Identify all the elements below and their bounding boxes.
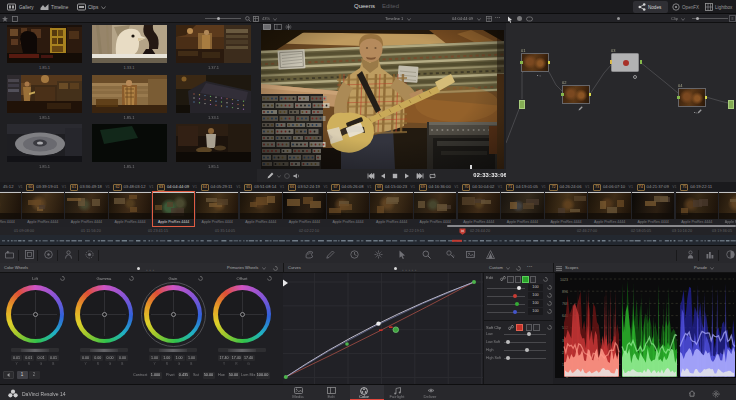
svg-text:1023: 1023 (560, 278, 568, 282)
svg-text:896: 896 (562, 290, 568, 294)
